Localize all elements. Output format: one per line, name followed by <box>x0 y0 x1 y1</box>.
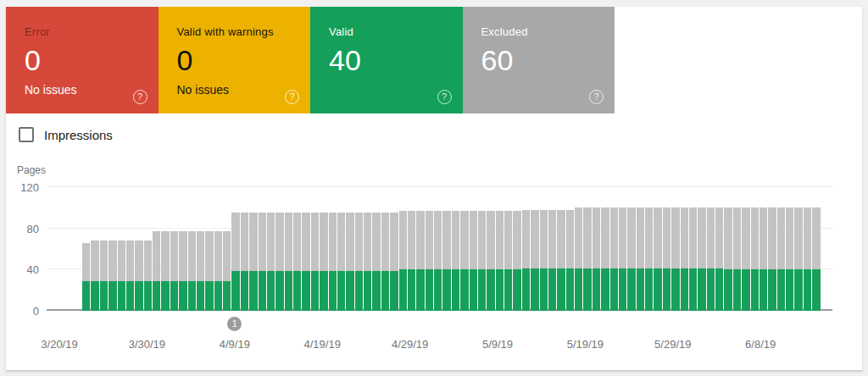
bar[interactable] <box>637 207 644 311</box>
bar[interactable] <box>390 213 398 311</box>
bar[interactable] <box>293 213 301 311</box>
bar-segment-valid <box>144 281 152 311</box>
bar[interactable] <box>777 207 785 311</box>
bar[interactable] <box>329 213 337 311</box>
bar[interactable] <box>153 231 160 311</box>
bar[interactable] <box>786 207 793 311</box>
bar[interactable] <box>408 211 415 311</box>
bar[interactable] <box>751 207 759 311</box>
bar-segment-excluded <box>698 207 705 268</box>
bar[interactable] <box>188 231 196 311</box>
bar[interactable] <box>285 213 292 311</box>
bar[interactable] <box>760 207 767 311</box>
stacked-bars[interactable] <box>82 201 820 311</box>
bar[interactable] <box>742 207 749 311</box>
bar-segment-excluded <box>794 207 802 269</box>
bar-segment-valid <box>804 269 811 311</box>
bar[interactable] <box>214 231 222 311</box>
bar-segment-valid <box>724 269 732 311</box>
bar-segment-valid <box>267 271 275 311</box>
bar[interactable] <box>126 241 134 311</box>
bar-segment-excluded <box>329 213 337 270</box>
bar-segment-excluded <box>82 243 90 281</box>
bar[interactable] <box>91 241 98 311</box>
bar[interactable] <box>355 213 363 311</box>
bar[interactable] <box>249 213 257 311</box>
bar[interactable] <box>302 213 309 311</box>
bar[interactable] <box>575 207 582 311</box>
bar[interactable] <box>496 211 504 311</box>
bar[interactable] <box>627 207 635 311</box>
bar[interactable] <box>504 211 512 311</box>
bar[interactable] <box>267 213 275 311</box>
bar[interactable] <box>540 210 548 311</box>
bar[interactable] <box>610 207 618 311</box>
bar[interactable] <box>426 211 433 311</box>
bar[interactable] <box>118 241 125 311</box>
bar[interactable] <box>170 231 178 311</box>
bar[interactable] <box>671 207 679 311</box>
bar[interactable] <box>583 207 591 311</box>
bar[interactable] <box>804 207 811 311</box>
bar[interactable] <box>645 207 653 311</box>
bar[interactable] <box>372 213 380 311</box>
bar-segment-excluded <box>372 213 380 270</box>
bar[interactable] <box>619 207 626 311</box>
bar[interactable] <box>364 213 371 311</box>
bar-segment-excluded <box>715 207 723 268</box>
bar[interactable] <box>733 207 741 311</box>
bar[interactable] <box>442 211 450 311</box>
bar[interactable] <box>346 213 353 311</box>
bar[interactable] <box>381 213 389 311</box>
bar[interactable] <box>452 211 459 311</box>
annotation-marker[interactable]: 1 <box>227 317 242 331</box>
bar[interactable] <box>337 213 345 311</box>
bar[interactable] <box>548 210 556 311</box>
bar[interactable] <box>812 207 820 311</box>
bar[interactable] <box>161 231 169 311</box>
bar-segment-excluded <box>548 210 556 268</box>
bar[interactable] <box>320 213 327 311</box>
bar[interactable] <box>768 207 776 311</box>
bar[interactable] <box>531 210 538 311</box>
bar[interactable] <box>460 211 468 311</box>
bar[interactable] <box>663 207 670 311</box>
bar[interactable] <box>593 207 600 311</box>
bar[interactable] <box>100 241 108 311</box>
bar[interactable] <box>197 231 204 311</box>
bar[interactable] <box>399 211 407 311</box>
bar[interactable] <box>231 213 239 311</box>
bar[interactable] <box>275 213 283 311</box>
bar[interactable] <box>311 213 319 311</box>
y-tick-label: 80 <box>11 222 39 235</box>
bar[interactable] <box>434 211 442 311</box>
bar[interactable] <box>470 211 477 311</box>
bar[interactable] <box>681 207 688 311</box>
bar[interactable] <box>259 213 266 311</box>
bar[interactable] <box>241 213 248 311</box>
bar[interactable] <box>557 210 565 311</box>
bar[interactable] <box>108 241 116 311</box>
bar-segment-valid <box>82 281 90 311</box>
bar[interactable] <box>179 231 186 311</box>
bar[interactable] <box>601 207 609 311</box>
bar[interactable] <box>715 207 723 311</box>
bar[interactable] <box>478 211 486 311</box>
bar[interactable] <box>416 211 424 311</box>
bar[interactable] <box>144 241 152 311</box>
bar[interactable] <box>654 207 661 311</box>
bar[interactable] <box>522 210 530 311</box>
bar[interactable] <box>513 211 520 311</box>
bar[interactable] <box>689 207 697 311</box>
bar[interactable] <box>205 231 213 311</box>
y-tick-label: 40 <box>11 263 39 276</box>
bar[interactable] <box>135 241 142 311</box>
bar[interactable] <box>566 210 574 311</box>
bar[interactable] <box>698 207 705 311</box>
bar[interactable] <box>794 207 802 311</box>
bar[interactable] <box>724 207 732 311</box>
bar[interactable] <box>487 211 494 311</box>
bar[interactable] <box>223 231 231 311</box>
bar[interactable] <box>707 207 715 311</box>
bar[interactable] <box>82 243 90 311</box>
